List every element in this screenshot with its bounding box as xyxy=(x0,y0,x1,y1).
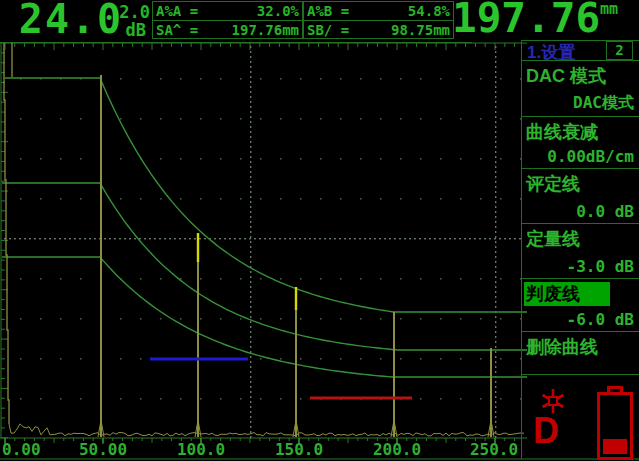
menu-item-value: 0.0 dB xyxy=(524,202,636,221)
menu-item-value: 0.00dB/cm xyxy=(524,147,636,166)
menu-item-value: -3.0 dB xyxy=(524,257,636,276)
probe-mode-letter: D xyxy=(533,410,559,452)
menu-item-label: 判废线 xyxy=(524,282,610,306)
menu-item-value: -6.0 dB xyxy=(524,310,636,329)
menu-item-label: 删除曲线 xyxy=(524,335,600,359)
menu-item-label: 评定线 xyxy=(524,172,582,196)
sidebar-menu: DAC 模式 DAC模式 曲线衰减 0.00dB/cm 评定线 0.0 dB 定… xyxy=(522,61,639,375)
menu-page-number[interactable]: 2 xyxy=(606,41,633,60)
x-axis-label: 0.00 xyxy=(2,440,41,459)
sidebar-item-rejection-line[interactable]: 判废线 -6.0 dB xyxy=(522,279,639,332)
menu-item-label: DAC 模式 xyxy=(524,64,608,88)
battery-fill xyxy=(603,439,627,454)
sidebar-item-curve-attenuation[interactable]: 曲线衰减 0.00dB/cm xyxy=(522,117,639,169)
x-axis-label: 200.0 xyxy=(373,440,421,459)
menu-item-value: DAC模式 xyxy=(524,93,636,114)
battery-low-icon xyxy=(597,386,633,460)
sidebar-item-quantification-line[interactable]: 定量线 -3.0 dB xyxy=(522,224,639,279)
x-axis-label: 250.0 xyxy=(470,440,518,459)
x-axis-label: 150.0 xyxy=(275,440,323,459)
sidebar-item-dac-mode[interactable]: DAC 模式 DAC模式 xyxy=(522,61,639,117)
ut-flaw-detector-screen: 24.0 2.0 dB A%A = 32.0% SA^ = 197.76mm A… xyxy=(0,0,639,461)
x-axis-label: 50.00 xyxy=(79,440,127,459)
sidebar-item-delete-curve[interactable]: 删除曲线 xyxy=(522,332,639,375)
battery-body xyxy=(597,392,633,460)
sidebar-item-evaluation-line[interactable]: 评定线 0.0 dB xyxy=(522,169,639,224)
menu-item-label: 曲线衰减 xyxy=(524,120,600,144)
x-axis-label: 100.0 xyxy=(177,440,225,459)
menu-item-label: 定量线 xyxy=(524,227,582,251)
